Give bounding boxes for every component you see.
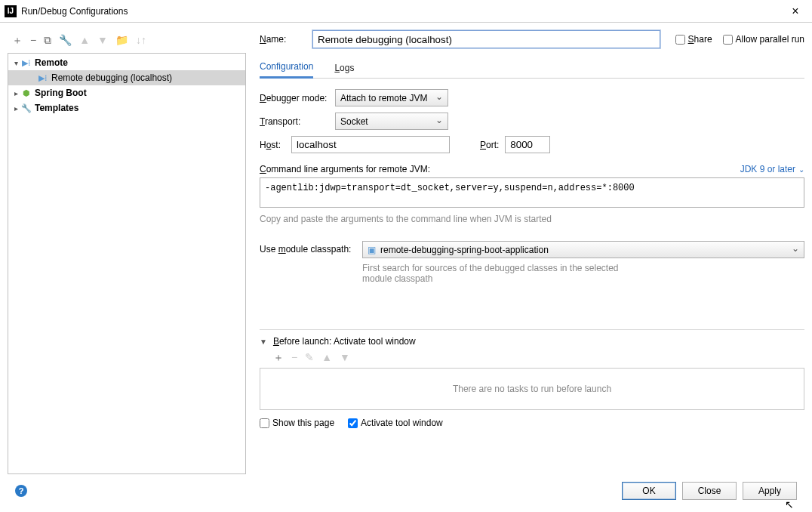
host-input[interactable] bbox=[291, 136, 450, 153]
tab-bar: Configuration Logs bbox=[260, 59, 804, 79]
titlebar: IJ Run/Debug Configurations × bbox=[0, 0, 812, 23]
tree-node-templates[interactable]: ▸ 🔧 Templates bbox=[8, 100, 245, 116]
host-label: Host: bbox=[260, 140, 291, 150]
spring-boot-icon: ⬢ bbox=[20, 87, 32, 99]
port-label: Port: bbox=[480, 140, 499, 150]
share-checkbox-input[interactable] bbox=[675, 35, 685, 45]
tab-configuration[interactable]: Configuration bbox=[260, 61, 313, 79]
module-classpath-select[interactable]: ▣ remote-debugging-spring-boot-applicati… bbox=[362, 241, 804, 258]
show-page-label: Show this page bbox=[272, 418, 334, 428]
cmdline-value: -agentlib:jdwp=transport=dt_socket,serve… bbox=[265, 183, 635, 193]
settings-wrench-icon[interactable]: 🔧 bbox=[59, 35, 72, 45]
tree-node-remote[interactable]: ▾ ▶⁞ Remote bbox=[8, 55, 245, 70]
debugger-mode-label: Debugger mode: bbox=[260, 93, 335, 103]
jdk-label: JDK 9 or later bbox=[740, 164, 795, 174]
debugger-mode-select[interactable]: Attach to remote JVM bbox=[335, 89, 448, 106]
allow-parallel-label: Allow parallel run bbox=[736, 34, 804, 45]
remote-config-icon: ▶⁞ bbox=[37, 72, 49, 84]
tree-label: Spring Boot bbox=[35, 88, 87, 98]
chevron-right-icon[interactable]: ▸ bbox=[11, 104, 20, 113]
cmdline-textarea[interactable]: -agentlib:jdwp=transport=dt_socket,serve… bbox=[260, 177, 804, 208]
debugger-mode-value: Attach to remote JVM bbox=[340, 93, 427, 103]
app-icon: IJ bbox=[5, 5, 17, 17]
apply-button[interactable]: Apply bbox=[743, 482, 797, 500]
share-label: Share bbox=[688, 34, 712, 45]
close-icon[interactable]: × bbox=[779, 5, 812, 18]
before-launch-title: Before launch: Activate tool window bbox=[273, 336, 416, 347]
folder-save-icon[interactable]: 📁 bbox=[115, 35, 128, 45]
transport-value: Socket bbox=[340, 116, 368, 127]
jdk-version-link[interactable]: JDK 9 or later ⌄ bbox=[740, 164, 804, 174]
show-page-checkbox-input[interactable] bbox=[260, 418, 269, 428]
name-label: Name: bbox=[260, 34, 312, 45]
add-icon[interactable]: ＋ bbox=[273, 351, 284, 365]
config-tree[interactable]: ▾ ▶⁞ Remote ▶⁞ Remote debugging (localho… bbox=[8, 53, 246, 474]
close-button[interactable]: Close bbox=[682, 482, 737, 500]
port-input[interactable] bbox=[505, 136, 550, 153]
share-checkbox[interactable]: Share bbox=[675, 34, 712, 45]
module-icon: ▣ bbox=[368, 245, 376, 255]
before-launch-empty: There are no tasks to run before launch bbox=[453, 384, 611, 394]
module-classpath-label: Use module classpath: bbox=[260, 241, 353, 254]
wrench-icon: 🔧 bbox=[20, 102, 32, 114]
add-icon[interactable]: ＋ bbox=[12, 35, 23, 45]
remove-icon[interactable]: − bbox=[30, 35, 36, 45]
dialog-footer: ? OK Close Apply bbox=[8, 474, 804, 507]
show-this-page-checkbox[interactable]: Show this page bbox=[260, 418, 334, 428]
chevron-down-icon: ⌄ bbox=[798, 165, 804, 174]
tree-toolbar: ＋ − ⧉ 🔧 ▲ ▼ 📁 ↓↑ bbox=[8, 30, 246, 50]
chevron-right-icon[interactable]: ▸ bbox=[11, 89, 20, 97]
chevron-down-icon[interactable]: ▾ bbox=[11, 59, 20, 67]
name-input[interactable] bbox=[312, 30, 660, 48]
transport-select[interactable]: Socket bbox=[335, 113, 448, 130]
tree-label: Remote debugging (localhost) bbox=[51, 72, 172, 83]
move-up-icon[interactable]: ▲ bbox=[79, 35, 90, 45]
before-launch-list[interactable]: There are no tasks to run before launch bbox=[260, 368, 804, 410]
cmdline-hint: Copy and paste the arguments to the comm… bbox=[260, 214, 804, 224]
remote-config-icon: ▶⁞ bbox=[20, 57, 32, 69]
tree-node-spring-boot[interactable]: ▸ ⬢ Spring Boot bbox=[8, 85, 245, 100]
tree-label: Remote bbox=[35, 57, 68, 68]
move-up-icon[interactable]: ▲ bbox=[321, 351, 332, 365]
chevron-down-icon: ▼ bbox=[260, 338, 267, 346]
tree-node-remote-debugging[interactable]: ▶⁞ Remote debugging (localhost) bbox=[8, 70, 245, 85]
module-hint: First search for sources of the debugged… bbox=[362, 263, 649, 284]
transport-label: Transport: bbox=[260, 116, 335, 127]
activate-tool-window-checkbox[interactable]: Activate tool window bbox=[348, 418, 443, 428]
move-down-icon[interactable]: ▼ bbox=[340, 351, 350, 365]
help-icon[interactable]: ? bbox=[15, 485, 27, 497]
copy-icon[interactable]: ⧉ bbox=[44, 35, 51, 45]
edit-icon[interactable]: ✎ bbox=[305, 351, 314, 365]
before-launch-header[interactable]: ▼ Before launch: Activate tool window bbox=[260, 336, 804, 347]
activate-checkbox-input[interactable] bbox=[348, 418, 358, 428]
ok-button[interactable]: OK bbox=[622, 482, 676, 500]
remove-icon[interactable]: − bbox=[291, 351, 297, 365]
activate-label: Activate tool window bbox=[361, 418, 443, 428]
tree-label: Templates bbox=[35, 103, 78, 113]
module-value: remote-debugging-spring-boot-application bbox=[380, 245, 549, 255]
window-title: Run/Debug Configurations bbox=[21, 6, 779, 17]
before-launch-toolbar: ＋ − ✎ ▲ ▼ bbox=[273, 351, 804, 365]
move-down-icon[interactable]: ▼ bbox=[97, 35, 108, 45]
cmdline-label: Command line arguments for remote JVM: bbox=[260, 164, 430, 174]
allow-parallel-checkbox-input[interactable] bbox=[723, 35, 733, 45]
tab-logs[interactable]: Logs bbox=[334, 63, 354, 78]
sort-icon[interactable]: ↓↑ bbox=[136, 35, 146, 45]
allow-parallel-checkbox[interactable]: Allow parallel run bbox=[723, 34, 804, 45]
